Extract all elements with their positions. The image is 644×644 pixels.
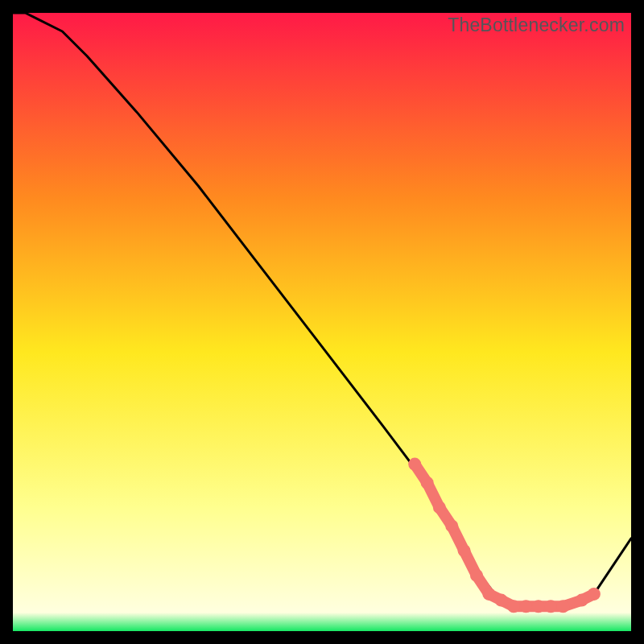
marker-dot [557, 600, 570, 613]
marker-dot [507, 600, 520, 613]
marker-dot [532, 600, 545, 613]
marker-dot [421, 477, 434, 489]
marker-dot [495, 594, 508, 607]
marker-dot [576, 594, 588, 607]
gradient-background [13, 13, 631, 631]
bottleneck-chart [13, 13, 631, 631]
marker-dot [470, 569, 483, 582]
marker-dot [482, 588, 495, 601]
marker-dot [445, 519, 458, 532]
marker-dot [458, 544, 471, 557]
marker-dot [544, 600, 557, 613]
marker-dot [408, 458, 421, 471]
watermark-text: TheBottlenecker.com [448, 14, 625, 36]
chart-frame: TheBottlenecker.com [13, 13, 631, 631]
marker-dot [588, 588, 601, 601]
marker-dot [433, 501, 446, 514]
marker-dot [519, 600, 532, 613]
